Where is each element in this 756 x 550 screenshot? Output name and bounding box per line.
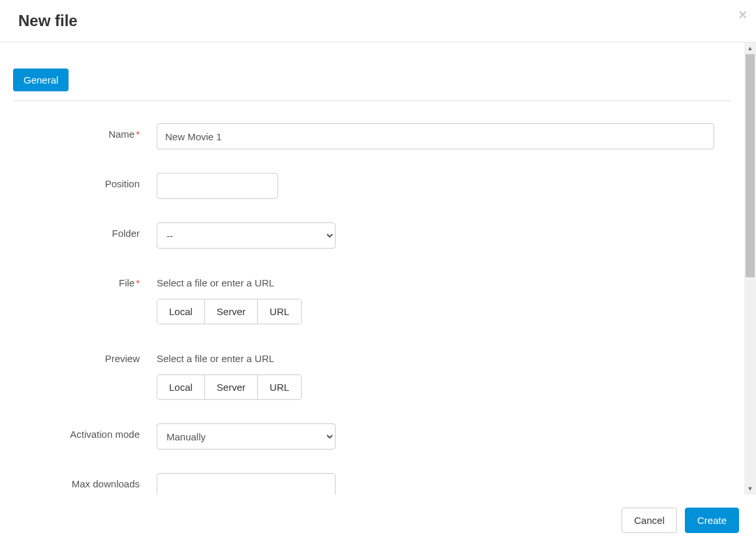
control-position — [157, 173, 731, 199]
label-name: Name* — [13, 123, 157, 140]
row-folder: Folder -- — [13, 222, 731, 249]
create-button[interactable]: Create — [685, 508, 739, 533]
file-local-button[interactable]: Local — [157, 299, 205, 324]
modal-footer: Cancel Create — [0, 495, 756, 550]
modal-body: General Name* Position — [0, 42, 744, 495]
file-helper-text: Select a file or enter a URL — [157, 277, 731, 288]
file-source-button-group: Local Server URL — [157, 299, 302, 324]
control-max-downloads — [157, 473, 731, 495]
preview-helper-text: Select a file or enter a URL — [157, 353, 731, 364]
scrollbar[interactable]: ▲ ▼ — [744, 42, 756, 495]
label-name-text: Name — [108, 129, 134, 140]
max-downloads-input[interactable] — [157, 473, 336, 495]
file-url-button[interactable]: URL — [258, 299, 301, 324]
row-preview: Preview Select a file or enter a URL Loc… — [13, 348, 731, 400]
label-file: File* — [13, 272, 157, 288]
row-name: Name* — [13, 123, 731, 149]
scroll-thumb[interactable] — [746, 54, 755, 277]
row-file: File* Select a file or enter a URL Local… — [13, 272, 731, 324]
preview-url-button[interactable]: URL — [258, 375, 301, 399]
scroll-thumb-area[interactable] — [744, 54, 756, 483]
required-asterisk: * — [136, 129, 140, 140]
preview-source-button-group: Local Server URL — [157, 374, 302, 400]
control-name — [157, 123, 731, 149]
label-max-downloads: Max downloads — [13, 473, 157, 489]
modal-header: New file × — [0, 0, 756, 42]
modal-body-wrapper: General Name* Position — [0, 42, 756, 495]
form: Name* Position Folder - — [13, 101, 731, 495]
required-asterisk: * — [136, 277, 140, 288]
row-position: Position — [13, 173, 731, 199]
row-activation-mode: Activation mode Manually — [13, 423, 731, 450]
activation-mode-select[interactable]: Manually — [157, 423, 336, 450]
name-input[interactable] — [157, 123, 714, 149]
file-server-button[interactable]: Server — [205, 299, 258, 324]
label-file-text: File — [119, 277, 134, 288]
scroll-up-icon[interactable]: ▲ — [744, 42, 756, 54]
row-max-downloads: Max downloads — [13, 473, 731, 495]
folder-select[interactable]: -- — [157, 222, 336, 249]
label-folder: Folder — [13, 222, 157, 239]
label-preview: Preview — [13, 348, 157, 364]
close-icon[interactable]: × — [738, 8, 747, 22]
control-file: Select a file or enter a URL Local Serve… — [157, 272, 731, 324]
scroll-down-icon[interactable]: ▼ — [744, 483, 756, 495]
control-preview: Select a file or enter a URL Local Serve… — [157, 348, 731, 400]
position-input[interactable] — [157, 173, 278, 199]
preview-server-button[interactable]: Server — [205, 375, 258, 399]
preview-local-button[interactable]: Local — [157, 375, 205, 399]
label-position: Position — [13, 173, 157, 189]
cancel-button[interactable]: Cancel — [622, 508, 677, 533]
tab-general[interactable]: General — [13, 69, 69, 91]
label-activation-mode: Activation mode — [13, 423, 157, 440]
tabs: General — [13, 42, 731, 101]
modal-title: New file — [18, 12, 738, 30]
new-file-modal: New file × General Name* Position — [0, 0, 756, 550]
control-folder: -- — [157, 222, 731, 249]
control-activation-mode: Manually — [157, 423, 731, 450]
